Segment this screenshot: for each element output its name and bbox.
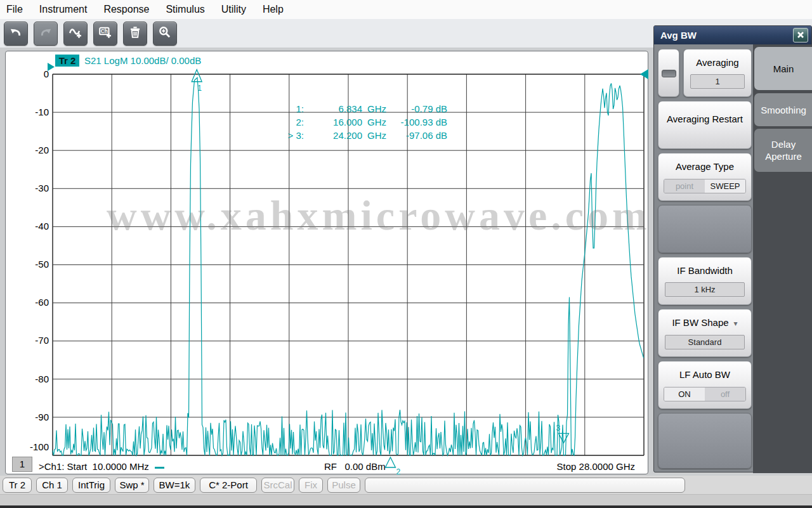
menu-utility[interactable]: Utility	[221, 4, 246, 15]
marker-row-label: 2:	[285, 115, 304, 129]
redo-icon	[39, 25, 53, 42]
lf-auto-bw-on-option[interactable]: ON	[664, 388, 705, 401]
y-axis-label: -90	[15, 411, 49, 424]
redo-button[interactable]	[34, 22, 58, 46]
averaging-button[interactable]: Averaging 1	[683, 49, 752, 97]
status-sweep-button[interactable]: Swp *	[115, 478, 149, 493]
panel-header: Avg BW	[654, 26, 811, 44]
window-bottom-edge	[0, 505, 812, 508]
marker-row-value: -97.06 dB	[394, 129, 447, 142]
marker-row-unit: GHz	[362, 115, 394, 129]
marker-row-label: > 3:	[285, 129, 304, 142]
menu-response[interactable]: Response	[103, 4, 149, 15]
status-channel-button[interactable]: Ch 1	[36, 478, 68, 493]
y-axis-label: -40	[15, 220, 49, 233]
add-trace-button[interactable]	[63, 22, 88, 46]
marker-row-unit: GHz	[362, 129, 394, 142]
svg-text:Ch: Ch	[101, 29, 108, 34]
status-trace-button[interactable]: Tr 2	[3, 478, 32, 493]
empty-softkey	[658, 205, 752, 253]
menu-bar: File Instrument Response Stimulus Utilit…	[0, 0, 812, 19]
status-fix-button: Fix	[299, 478, 323, 493]
stop-frequency-label: Stop 28.0000 GHz	[557, 461, 635, 472]
marker-row-freq: 16.000	[304, 115, 362, 129]
marker-row-freq: 24.200	[304, 129, 362, 142]
y-axis-label: 0	[15, 68, 49, 81]
status-message-area	[365, 478, 685, 493]
chevron-down-icon: ▾	[734, 319, 738, 328]
y-axis-label: -30	[15, 182, 49, 195]
lf-auto-bw-segmented[interactable]: ON off	[664, 387, 746, 401]
averaging-led-indicator	[662, 70, 676, 77]
delete-button[interactable]	[123, 22, 147, 46]
average-type-sweep-option[interactable]: SWEEP	[705, 179, 745, 193]
empty-softkey	[658, 413, 752, 469]
averaging-toggle-button[interactable]	[658, 49, 679, 97]
start-frequency-label: >Ch1: Start 10.0000 MHz	[39, 461, 164, 472]
trace-color-dash	[155, 467, 164, 469]
if-bw-shape-value: Standard	[665, 335, 745, 349]
average-type-segmented[interactable]: point SWEEP	[664, 179, 746, 193]
tab-smoothing[interactable]: Smoothing	[754, 93, 812, 126]
marker-row-value: -0.79 dB	[394, 102, 447, 115]
status-bandwidth-button[interactable]: BW=1k	[154, 478, 195, 493]
menu-instrument[interactable]: Instrument	[39, 4, 88, 15]
trace-title: S21 LogM 10.00dB/ 0.00dB	[84, 55, 201, 67]
close-button[interactable]	[793, 28, 808, 42]
status-bar: Tr 2 Ch 1 IntTrig Swp * BW=1k C* 2-Port …	[0, 476, 812, 494]
rf-power-label: RF 0.00 dBm	[324, 461, 386, 472]
avg-bw-panel: Avg BW Averaging 1 Averaging Restart Ave…	[653, 25, 812, 472]
averaging-value: 1	[690, 74, 745, 89]
trace-badge[interactable]: Tr 2	[55, 55, 79, 67]
undo-icon	[9, 25, 23, 42]
y-axis-label: -50	[15, 258, 49, 271]
y-axis-label: -70	[15, 334, 49, 347]
undo-button[interactable]	[4, 22, 28, 46]
trash-icon	[128, 25, 142, 42]
zoom-button[interactable]	[153, 22, 177, 46]
menu-file[interactable]: File	[6, 4, 23, 15]
marker-row-unit: GHz	[362, 102, 394, 115]
marker-row-value: -100.93 dB	[394, 115, 447, 129]
status-srccal-button: SrcCal	[261, 478, 294, 493]
averaging-restart-button[interactable]: Averaging Restart	[658, 101, 752, 149]
add-channel-icon: Ch	[98, 25, 112, 42]
zoom-in-icon	[158, 25, 172, 42]
y-axis-label: -20	[15, 144, 49, 157]
svg-text:1: 1	[197, 84, 202, 93]
menu-stimulus[interactable]: Stimulus	[166, 4, 204, 15]
if-bandwidth-value: 1 kHz	[665, 282, 745, 297]
plot-window: 123 Tr 2 S21 LogM 10.00dB/ 0.00dB 0 -10 …	[5, 51, 648, 474]
average-type-button[interactable]: Average Type point SWEEP	[658, 153, 752, 201]
if-bandwidth-button[interactable]: IF Bandwidth 1 kHz	[658, 257, 752, 305]
y-axis-label: -10	[15, 106, 49, 119]
marker-row-label: 1:	[285, 102, 304, 115]
marker-row-freq: 6.834	[304, 102, 362, 115]
add-channel-button[interactable]: Ch	[93, 22, 117, 46]
panel-tab-column: Main Smoothing Delay Aperture	[753, 44, 812, 473]
y-axis-label: -60	[15, 296, 49, 309]
status-cal-button[interactable]: C* 2-Port	[200, 478, 257, 493]
tab-delay-aperture[interactable]: Delay Aperture	[754, 129, 812, 172]
if-bw-shape-button[interactable]: IF BW Shape▾ Standard	[658, 309, 752, 357]
menu-help[interactable]: Help	[263, 4, 284, 15]
lower-strip	[0, 494, 812, 506]
axis-annotation-row: >Ch1: Start 10.0000 MHz RF 0.00 dBm Stop…	[6, 461, 644, 475]
status-trigger-button[interactable]: IntTrig	[72, 478, 110, 493]
y-axis-label: -100	[15, 441, 49, 453]
close-icon	[797, 30, 804, 41]
lf-auto-bw-button[interactable]: LF Auto BW ON off	[658, 361, 752, 409]
svg-text:3: 3	[556, 424, 561, 433]
add-trace-icon	[69, 25, 82, 42]
lf-auto-bw-off-option[interactable]: off	[705, 388, 745, 401]
marker-readout: 1: 6.834 GHz -0.79 dB 2: 16.000 GHz -100…	[285, 102, 447, 142]
average-type-point-option[interactable]: point	[664, 179, 705, 193]
tab-main[interactable]: Main	[754, 47, 812, 90]
y-axis-label: -80	[15, 373, 49, 386]
status-pulse-button: Pulse	[327, 478, 360, 493]
panel-title: Avg BW	[660, 30, 793, 41]
